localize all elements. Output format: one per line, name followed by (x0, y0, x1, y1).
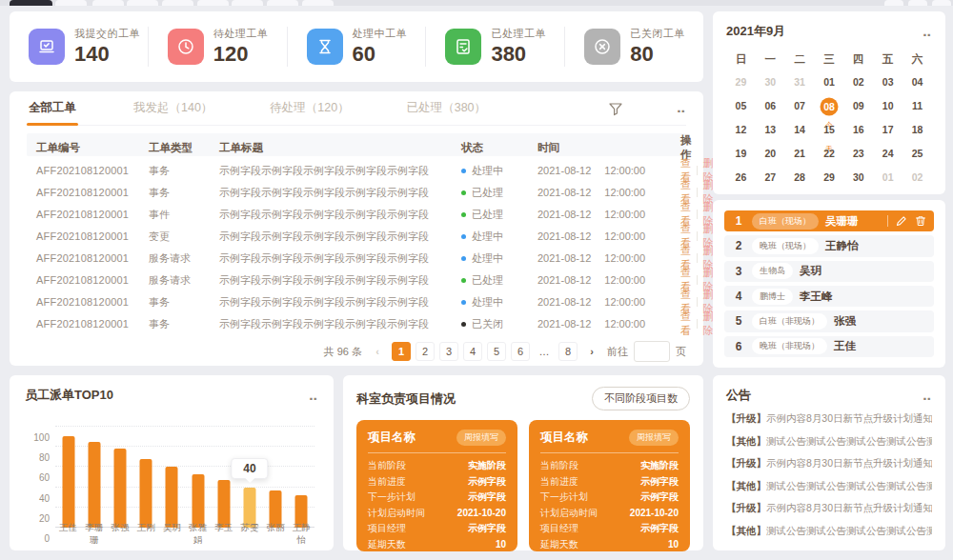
action-separator[interactable] (697, 253, 698, 263)
stat-item[interactable]: 已处理工单380 (425, 27, 564, 67)
shift-badge[interactable]: 生物岛 (752, 263, 793, 279)
project-field-row[interactable]: 项目经理示例字段 (540, 521, 679, 537)
bar-column[interactable] (81, 427, 107, 528)
stat-item[interactable]: 待处理工单120 (148, 27, 287, 67)
page-button-8[interactable]: 8 (558, 342, 578, 361)
table-row[interactable]: AFF202108120001服务请求示例字段示例字段示例字段示例字段示例字段已… (27, 266, 686, 288)
project-field-row[interactable]: 下一步计划示例字段 (368, 490, 506, 506)
cell-clock[interactable]: 12:00:00 (604, 165, 645, 176)
calendar-day[interactable]: 18 (902, 118, 932, 142)
stat-item[interactable]: 我提交的工单140 (10, 27, 148, 67)
weekly-report-badge[interactable]: 周报填写 (456, 430, 506, 446)
calendar-day[interactable]: 29 (726, 70, 756, 94)
top-tab[interactable] (92, 0, 124, 6)
announcement-item[interactable]: 【升级】示例内容8月30日新节点升级计划通知 (726, 457, 932, 470)
schedule-index[interactable]: 1 (732, 214, 745, 228)
stat-value[interactable]: 80 (630, 42, 685, 67)
table-row[interactable]: AFF202108120001事务示例字段示例字段示例字段示例字段示例字段已处理… (27, 178, 686, 200)
cell-clock[interactable]: 12:00:00 (604, 296, 645, 308)
calendar-day[interactable]: 29 (815, 166, 844, 190)
cell-time[interactable]: 2021-08-1212:00:00 (537, 252, 680, 264)
shift-badge[interactable]: 白班（现场） (752, 213, 819, 230)
field-label[interactable]: 计划启动时间 (540, 506, 598, 522)
field-value[interactable]: 实施阶段 (468, 458, 506, 474)
cell-order-title[interactable]: 示例字段示例字段示例字段示例字段示例字段 (219, 317, 461, 331)
stat-label[interactable]: 我提交的工单 (74, 27, 140, 41)
cell-order-type[interactable]: 事务 (149, 164, 219, 178)
cell-status[interactable]: 已处理 (461, 186, 537, 200)
field-value[interactable]: 2021-10-20 (457, 506, 506, 522)
top-tab[interactable] (908, 0, 927, 6)
cell-order-title[interactable]: 示例字段示例字段示例字段示例字段示例字段 (219, 273, 461, 288)
cell-clock[interactable]: 12:00:00 (604, 187, 645, 198)
cell-order-id[interactable]: AFF202108120001 (36, 252, 149, 264)
column-header[interactable]: 工单编号 (36, 141, 149, 155)
field-value[interactable]: 10 (496, 537, 506, 553)
cell-order-type[interactable]: 事件 (149, 208, 219, 222)
table-row[interactable]: AFF202108120001事务示例字段示例字段示例字段示例字段示例字段处理中… (27, 288, 686, 310)
project-field-row[interactable]: 计划启动时间2021-10-20 (540, 506, 679, 522)
cell-date[interactable]: 2021-08-12 (537, 252, 591, 264)
schedule-index[interactable]: 4 (732, 290, 745, 303)
calendar-day[interactable]: 17 (873, 118, 902, 142)
calendar-day[interactable]: 15 (815, 118, 844, 142)
field-value[interactable]: 实施阶段 (640, 458, 679, 474)
schedule-index[interactable]: 6 (732, 340, 745, 353)
page-button-5[interactable]: 5 (487, 342, 506, 361)
calendar-day[interactable]: 06 (756, 94, 785, 118)
field-label[interactable]: 计划启动时间 (368, 506, 425, 522)
tab-待处理（120）[interactable]: 待处理（120） (268, 91, 351, 125)
calendar-day[interactable]: 11 (902, 94, 932, 118)
cell-status[interactable]: 处理中 (461, 251, 537, 266)
table-row[interactable]: AFF202108120001服务请求示例字段示例字段示例字段示例字段示例字段处… (27, 244, 686, 266)
laptop-check-icon[interactable] (29, 29, 65, 65)
hourglass-icon[interactable] (307, 29, 343, 65)
field-value[interactable]: 示例字段 (640, 474, 679, 490)
y-tick-label[interactable]: 40 (39, 492, 50, 503)
status-dot-icon[interactable] (461, 300, 466, 305)
person-name[interactable]: 张强 (834, 314, 856, 329)
announcement-tag[interactable]: 【升级】 (726, 502, 766, 513)
project-card[interactable]: 项目名称周报填写当前阶段实施阶段当前进度示例字段下一步计划示例字段计划启动时间2… (356, 420, 517, 551)
y-tick-label[interactable]: 0 (44, 533, 50, 544)
table-row[interactable]: AFF202108120001事件示例字段示例字段示例字段示例字段示例字段已处理… (27, 200, 686, 222)
cell-clock[interactable]: 12:00:00 (604, 318, 645, 330)
weekday-label[interactable]: 四 (843, 48, 873, 70)
bar[interactable] (62, 436, 74, 528)
table-row[interactable]: AFF202108120001事务示例字段示例字段示例字段示例字段示例字段处理中… (27, 156, 686, 178)
cell-order-type[interactable]: 服务请求 (149, 273, 219, 288)
announcement-tag[interactable]: 【升级】 (726, 457, 766, 469)
divider[interactable] (368, 452, 506, 453)
field-value[interactable]: 10 (668, 537, 679, 553)
weekday-label[interactable]: 三 (815, 48, 844, 70)
bar[interactable] (192, 474, 204, 528)
field-label[interactable]: 延期天数 (368, 537, 406, 553)
cell-order-type[interactable]: 变更 (149, 230, 219, 244)
field-value[interactable]: 2021-10-20 (630, 506, 679, 522)
action-separator[interactable] (697, 319, 698, 329)
status-dot-icon[interactable] (461, 278, 466, 283)
page-button-6[interactable]: 6 (511, 342, 530, 361)
page-button-2[interactable]: 2 (416, 342, 435, 361)
top-tab[interactable] (302, 0, 334, 6)
next-page-button[interactable]: › (582, 342, 601, 361)
schedule-row[interactable]: 5白班（非现场）张强 (724, 310, 934, 331)
calendar-day[interactable]: 30 (843, 166, 873, 190)
cell-clock[interactable]: 12:00:00 (604, 209, 645, 220)
calendar-day[interactable]: 23 (843, 142, 873, 166)
field-value[interactable]: 示例字段 (468, 474, 506, 490)
cell-clock[interactable]: 12:00:00 (604, 252, 645, 264)
shift-badge[interactable]: 晚班（非现场） (752, 338, 827, 354)
cell-status[interactable]: 已关闭 (461, 317, 537, 331)
weekday-label[interactable]: 日 (726, 48, 756, 70)
bar[interactable] (88, 442, 100, 528)
x-axis-label[interactable]: 王佳 (55, 522, 81, 547)
tab-我发起（140）[interactable]: 我发起（140） (132, 91, 214, 125)
divider[interactable] (887, 215, 888, 227)
cell-order-id[interactable]: AFF202108120001 (36, 187, 149, 198)
document-check-icon[interactable] (445, 29, 481, 65)
cell-order-id[interactable]: AFF202108120001 (36, 296, 149, 308)
bar[interactable] (114, 449, 127, 528)
announcement-item[interactable]: 【升级】示例内容8月30日新节点升级计划通知 (726, 412, 932, 426)
field-label[interactable]: 当前阶段 (368, 458, 406, 474)
